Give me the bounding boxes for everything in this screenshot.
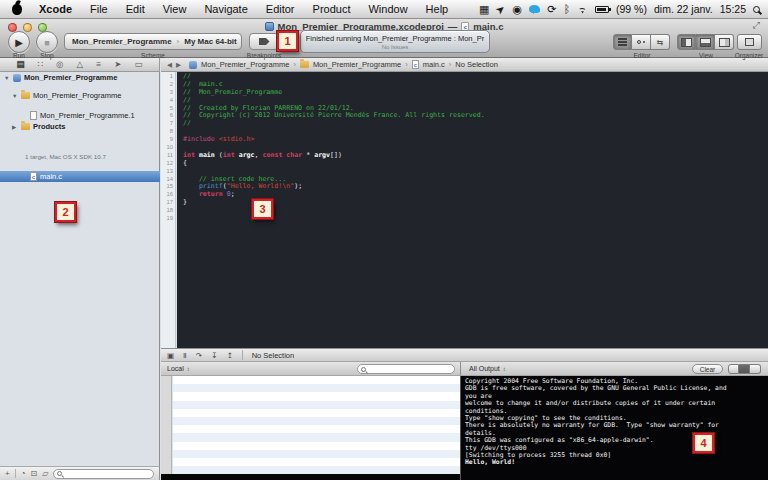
project-row[interactable]: ▼ Mon_Premier_Programme [0,73,160,82]
line-number: 18 [161,207,175,215]
menu-window[interactable]: Window [359,0,416,19]
show-variables-only-button[interactable] [728,364,739,374]
group-row[interactable]: ▼ Mon_Premier_Programme [0,91,160,100]
menu-time[interactable]: 15:25 [720,3,746,15]
show-console-only-button[interactable] [750,364,761,374]
line-number: 1 [161,73,175,81]
step-over-button[interactable]: ↷ [196,351,202,360]
apple-menu-icon[interactable] [12,4,22,15]
menu-product[interactable]: Product [304,0,360,19]
show-both-button[interactable] [739,364,750,374]
jump-bar-segment[interactable]: Mon_Premier_Programme [313,60,401,69]
back-button[interactable]: ◀ [167,61,172,69]
recent-icon[interactable]: ◔ [21,469,26,478]
scheme-destination: My Mac 64-bit [184,37,236,46]
annotation-2: 2 [55,202,76,222]
unsaved-icon[interactable]: ▱ [42,469,48,478]
issue-navigator-icon[interactable]: △ [77,58,84,71]
flat-icon[interactable]: ⊡ [31,469,38,478]
cursor-icon[interactable]: ➤ [491,0,510,19]
menu-file[interactable]: File [81,0,117,19]
step-into-button[interactable]: ↧ [211,351,217,360]
symbol-navigator-icon[interactable]: ∷ [38,58,43,71]
menu-bar: XcodeFileEditViewNavigateEditorProductWi… [0,0,768,19]
spotlight-icon[interactable] [753,6,760,13]
toggle-utilities-button[interactable] [715,34,734,50]
step-out-button[interactable]: ↥ [226,351,232,360]
version-editor-button[interactable]: ⇆ [651,34,670,50]
navigator-selector-bar: ▤∷◎△≡➤▭ [0,58,160,72]
log-navigator-icon[interactable]: ▭ [134,58,142,71]
sync-icon[interactable]: ⟳ [547,0,556,19]
spaces-icon[interactable]: ▦ [479,0,489,19]
breakpoint-icon [259,38,270,45]
variables-row [173,425,460,433]
console-output[interactable]: Copyright 2004 Free Software Foundation,… [460,376,768,480]
console-filter-popup[interactable]: All Output [469,365,500,372]
menu-xcode[interactable]: Xcode [30,0,81,19]
view-segments [677,34,734,50]
jump-bar-segment[interactable]: Mon_Premier_Programme [201,60,289,69]
window-toolbar: Mon_Premier_Programme.xcodeproj — c main… [0,19,768,58]
disclosure-open-icon[interactable]: ▼ [12,93,18,99]
line-number: 15 [161,183,175,191]
variables-view[interactable] [173,376,460,474]
line-number: 10 [161,144,175,152]
standard-editor-icon [618,38,627,40]
file-name: main.c [40,172,62,181]
variables-search-field[interactable] [357,364,455,374]
variables-scrollbar[interactable] [161,376,172,480]
jump-bar-separator: › [449,60,452,69]
menu-editor[interactable]: Editor [257,0,304,19]
xcodeproj-icon [13,74,21,82]
add-icon[interactable]: + [5,469,10,478]
navigator-filter-field[interactable] [53,469,154,479]
wifi-icon[interactable] [577,5,588,14]
variables-scope-popup[interactable]: Local [167,365,184,372]
toggle-debug-area-button[interactable] [696,34,715,50]
stop-button[interactable]: ■ [36,31,58,53]
annotation-4: 4 [693,433,714,453]
menu-navigate[interactable]: Navigate [195,0,256,19]
fullscreen-icon[interactable]: ⤢ [753,20,760,31]
bluetooth-icon[interactable]: ᛒ [563,0,570,19]
battery-percent: (99 %) [616,3,647,15]
menu-help[interactable]: Help [417,0,458,19]
run-button[interactable]: ▶ [8,31,30,53]
hide-debug-area-button[interactable]: ▣ [167,351,174,360]
assistant-editor-button[interactable] [632,34,651,50]
menu-edit[interactable]: Edit [117,0,154,19]
camera-icon[interactable]: ◉ [513,0,523,19]
toggle-navigator-button[interactable] [677,34,696,50]
organizer-button[interactable] [737,34,762,50]
jump-bar-segment[interactable]: main.c [423,60,445,69]
version-editor-icon: ⇆ [657,38,664,47]
selected-file-row[interactable]: c main.c [0,171,160,182]
divider [242,350,243,360]
breakpoints-button[interactable] [249,33,279,50]
battery-icon[interactable] [595,6,609,13]
menu-date[interactable]: dim. 22 janv. [654,3,713,15]
standard-editor-button[interactable] [613,34,632,50]
breakpoint-navigator-icon[interactable]: ➤ [114,58,121,71]
menu-view[interactable]: View [154,0,196,19]
pause-button[interactable]: Ⅱ [183,351,187,360]
console-line: GDB is free software, covered by the GNU… [465,385,768,392]
code-line: // Mon_Premier_Programme [183,89,768,97]
disclosure-closed-icon[interactable]: ▶ [12,124,18,130]
line-number: 11 [161,152,175,160]
file-row[interactable]: Mon_Premier_Programme.1 [0,111,160,120]
forward-button[interactable]: ▶ [176,61,181,69]
debug-navigator-icon[interactable]: ≡ [96,58,101,71]
console-view-segments [728,364,761,374]
products-row[interactable]: ▶ Products [0,122,160,131]
variables-row [173,417,460,425]
code-line [183,128,768,136]
scheme-selector[interactable]: Mon_Premier_Programme › My Mac 64-bit [64,33,242,50]
project-navigator-icon[interactable]: ▤ [17,58,25,71]
jump-bar-segment[interactable]: No Selection [455,60,498,69]
clear-console-button[interactable]: Clear [692,364,723,374]
twitter-icon[interactable] [529,5,540,13]
search-navigator-icon[interactable]: ◎ [56,58,63,71]
disclosure-open-icon[interactable]: ▼ [4,75,10,81]
